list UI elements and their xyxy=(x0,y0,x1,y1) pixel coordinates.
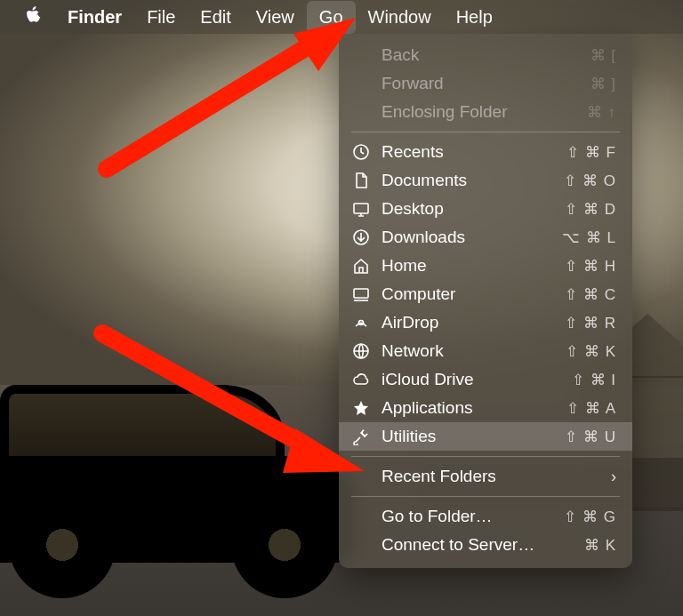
menu-item-shortcut: ⇧ ⌘ H xyxy=(565,257,616,276)
menu-item-label: Downloads xyxy=(382,228,551,247)
apple-icon xyxy=(25,6,43,24)
menu-item-applications[interactable]: Applications⇧ ⌘ A xyxy=(339,394,632,422)
menu-item-icloud-drive[interactable]: iCloud Drive⇧ ⌘ I xyxy=(339,365,632,394)
menu-item-label: Desktop xyxy=(382,199,554,219)
menu-item-label: Enclosing Folder xyxy=(382,102,576,122)
apps-icon xyxy=(351,399,371,417)
menu-item-shortcut: ⌥ ⌘ L xyxy=(562,228,616,247)
wallpaper-car xyxy=(0,367,356,598)
menu-item-label: Recents xyxy=(382,142,556,162)
menu-item-connect-to-server[interactable]: Connect to Server…⌘ K xyxy=(339,531,632,559)
annotation-arrow-go xyxy=(89,18,356,196)
chevron-right-icon: › xyxy=(611,468,616,486)
menu-item-shortcut: ⌘ K xyxy=(584,536,616,555)
menubar-item-view[interactable]: View xyxy=(244,1,307,34)
menu-item-downloads[interactable]: Downloads⌥ ⌘ L xyxy=(339,223,632,252)
menu-item-home[interactable]: Home⇧ ⌘ H xyxy=(339,252,632,280)
download-icon xyxy=(351,228,371,246)
menu-item-computer[interactable]: Computer⇧ ⌘ C xyxy=(339,280,632,308)
menu-item-label: AirDrop xyxy=(382,313,554,332)
menu-item-label: Computer xyxy=(382,284,554,304)
menu-item-shortcut: ⌘ ↑ xyxy=(587,103,616,122)
menu-item-desktop[interactable]: Desktop⇧ ⌘ D xyxy=(339,195,632,223)
menubar-item-help[interactable]: Help xyxy=(444,1,505,34)
menu-item-shortcut: ⇧ ⌘ G xyxy=(564,508,616,526)
menubar-app-name[interactable]: Finder xyxy=(55,1,134,34)
menu-item-shortcut: ⇧ ⌘ D xyxy=(565,200,616,219)
menu-item-shortcut: ⇧ ⌘ I xyxy=(572,371,616,389)
menu-item-shortcut: ⇧ ⌘ R xyxy=(565,314,616,332)
menu-item-label: Utilities xyxy=(382,427,554,446)
menu-item-airdrop[interactable]: AirDrop⇧ ⌘ R xyxy=(339,308,632,337)
menu-item-shortcut: ⇧ ⌘ U xyxy=(565,428,616,446)
clock-icon xyxy=(351,143,371,161)
menu-item-label: Network xyxy=(382,341,555,361)
menu-item-label: iCloud Drive xyxy=(382,370,561,389)
menu-item-recent-folders[interactable]: Recent Folders› xyxy=(339,462,632,491)
menu-item-shortcut: ⇧ ⌘ A xyxy=(566,399,616,418)
menu-item-network[interactable]: Network⇧ ⌘ K xyxy=(339,337,632,365)
menubar-item-go[interactable]: Go xyxy=(307,1,356,34)
menu-item-shortcut: ⌘ [ xyxy=(591,46,616,65)
menu-item-label: Forward xyxy=(382,74,580,93)
svg-line-0 xyxy=(107,44,311,169)
tools-icon xyxy=(351,428,371,445)
menu-item-enclosing-folder: Enclosing Folder⌘ ↑ xyxy=(339,98,632,126)
airdrop-icon xyxy=(351,314,371,332)
menu-item-shortcut: ⇧ ⌘ O xyxy=(564,172,616,190)
menu-item-label: Connect to Server… xyxy=(382,535,574,555)
go-menu-dropdown: Back⌘ [Forward⌘ ]Enclosing Folder⌘ ↑Rece… xyxy=(339,34,632,568)
computer-icon xyxy=(351,285,371,303)
menu-item-go-to-folder[interactable]: Go to Folder…⇧ ⌘ G xyxy=(339,502,632,531)
cloud-icon xyxy=(351,371,371,388)
menu-item-label: Home xyxy=(382,256,554,276)
home-icon xyxy=(351,257,371,275)
network-icon xyxy=(351,342,371,360)
menu-item-back: Back⌘ [ xyxy=(339,41,632,69)
menubar-item-edit[interactable]: Edit xyxy=(188,1,243,34)
menubar-item-window[interactable]: Window xyxy=(356,1,444,34)
menu-item-label: Back xyxy=(382,45,580,65)
menu-item-utilities[interactable]: Utilities⇧ ⌘ U xyxy=(339,422,632,451)
menu-item-shortcut: ⇧ ⌘ F xyxy=(566,143,616,162)
menu-item-shortcut: ⌘ ] xyxy=(591,75,616,93)
menubar-item-file[interactable]: File xyxy=(134,1,188,34)
menu-item-label: Documents xyxy=(382,171,553,190)
menu-item-label: Go to Folder… xyxy=(382,507,553,526)
document-icon xyxy=(351,172,371,189)
apple-menu[interactable] xyxy=(12,0,55,35)
menu-bar: Finder FileEditViewGoWindowHelp xyxy=(0,0,683,34)
menu-item-shortcut: ⇧ ⌘ C xyxy=(565,285,616,304)
menu-item-documents[interactable]: Documents⇧ ⌘ O xyxy=(339,166,632,195)
menu-item-recents[interactable]: Recents⇧ ⌘ F xyxy=(339,138,632,166)
menu-item-forward: Forward⌘ ] xyxy=(339,69,632,98)
menu-item-shortcut: ⇧ ⌘ K xyxy=(566,342,616,361)
desktop-wallpaper: Finder FileEditViewGoWindowHelp Back⌘ [F… xyxy=(0,0,683,616)
menu-item-label: Recent Folders xyxy=(382,467,600,486)
menu-item-label: Applications xyxy=(382,398,556,418)
desktop-icon xyxy=(351,200,371,218)
